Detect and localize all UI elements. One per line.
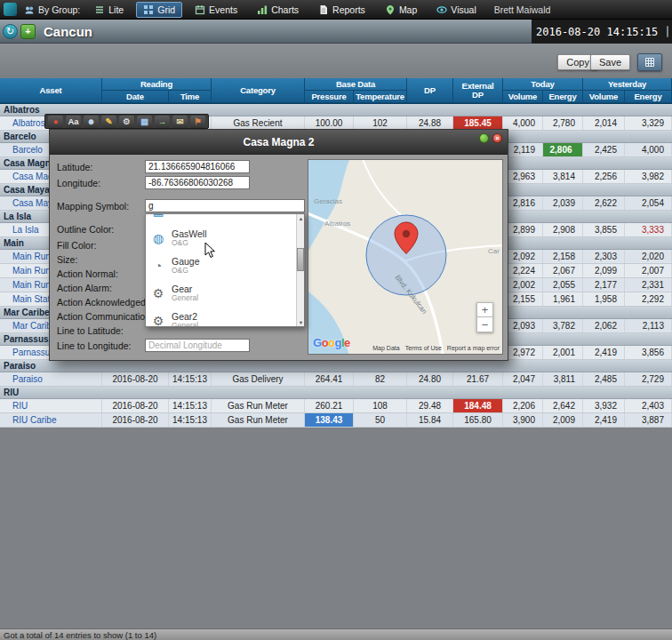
dialog-field-label: Action Alarm: [57,283,112,293]
line-to-longitude-field[interactable] [145,339,250,352]
symbol-dropdown-item[interactable]: ◔GaugeO&G [146,252,296,279]
cell-today-energy: 2,642 [543,399,583,412]
col-header-yesterday-energy[interactable]: Energy [625,91,672,103]
table-row[interactable]: Paraiso2016-08-2014:15:13Gas Delivery264… [0,372,672,387]
nav-visual[interactable]: Visual [429,2,483,18]
col-header-base-data[interactable]: Base Data [305,78,407,91]
cell-yesterday-energy: 3,982 [625,170,672,183]
app-window: By Group: Lite Grid Events Charts Report… [0,0,672,640]
col-header-time[interactable]: Time [169,91,212,103]
close-icon[interactable]: × [492,133,502,143]
cell-dp: 15.84 [407,413,453,427]
nav-lite[interactable]: Lite [87,2,131,18]
col-header-reading[interactable]: Reading [102,78,212,91]
group-icon [24,4,35,15]
col-header-today[interactable]: Today [503,78,583,91]
table-header: Asset Reading Category Base Data DP Exte… [0,78,672,104]
col-header-yesterday[interactable]: Yesterday [583,78,672,91]
minimize-icon[interactable] [479,133,489,143]
text-style-icon[interactable]: Aa [66,116,81,128]
add-icon[interactable]: + [20,24,36,39]
save-button[interactable]: Save [590,54,630,70]
grid-layout-icon [644,57,655,68]
table-row[interactable]: RIU Caribe2016-08-2014:15:13Gas Run Mete… [0,413,672,428]
symbol-dropdown-item[interactable]: ◍GasWellO&G [146,224,296,252]
group-header-row[interactable]: Paraiso [0,360,672,372]
col-header-category[interactable]: Category [212,78,305,103]
cell-today-volume: 2,047 [503,372,543,386]
mapping-symbol-field[interactable] [145,199,305,212]
cell-today-energy: 2,806 [543,143,583,156]
mail-icon[interactable]: ✉ [172,116,188,128]
cell-today-volume: 2,155 [503,292,543,306]
grid-icon [143,4,154,15]
cell-today-volume: 3,900 [503,413,543,427]
cell-time: 14:15:13 [169,399,212,412]
map-data-link[interactable]: Map Data [372,345,399,351]
symbol-dropdown-item[interactable]: ▦O&G [146,213,296,224]
dialog-field-label: Fill Color: [57,240,96,251]
nav-events[interactable]: Events [188,2,244,18]
dialog-field-label: Size: [57,254,77,265]
cell-asset[interactable]: RIU Caribe [0,413,102,427]
col-header-dp[interactable]: DP [407,78,453,103]
group-header-row[interactable]: RIU [0,387,672,399]
by-group-control[interactable]: By Group: [24,4,80,15]
cell-asset[interactable]: RIU [0,399,102,412]
nav-charts[interactable]: Charts [250,2,306,18]
location-map[interactable]: Geracias Albatros Car Blvd. Kukulcan + −… [308,159,503,355]
group-label: Parnassus [4,334,49,344]
col-header-pressure[interactable]: Pressure [305,91,354,103]
grid-layout-button[interactable] [637,53,662,71]
record-icon[interactable]: ● [48,116,63,128]
col-header-temperature[interactable]: Temperature [354,91,407,103]
longitude-field[interactable] [145,176,250,189]
terms-link[interactable]: Terms of Use [405,345,442,351]
user-name: Brett Maiwald [494,4,551,15]
window-buttons: × [479,133,502,143]
settings-panel-icon[interactable] [667,26,668,37]
col-header-today-energy[interactable]: Energy [543,91,583,103]
grid-small-icon[interactable]: ▦ [137,116,152,128]
cell-yesterday-energy: 2,292 [625,292,672,306]
cell-today-energy: 3,814 [543,170,583,183]
scroll-up-icon[interactable]: ▲ [297,214,305,222]
arrow-icon[interactable]: → [155,116,170,128]
cell-today-energy: 2,780 [543,116,583,130]
dialog-title-bar[interactable]: Casa Magna 2 × [50,130,508,155]
cell-today-energy: 2,055 [543,278,583,292]
map-area-label: Car [488,247,500,255]
table-row[interactable]: RIU2016-08-2014:15:13Gas Run Meter260.21… [0,399,672,413]
cell-yesterday-volume: 2,062 [583,319,625,332]
cell-time: 14:15:13 [169,413,212,427]
dropdown-scrollbar[interactable]: ▲ ▼ [296,214,304,326]
cell-asset[interactable]: Paraiso [0,372,102,386]
tools-icon[interactable]: ⚙ [119,116,134,128]
scrollbar-thumb[interactable] [297,248,304,271]
col-header-yesterday-volume[interactable]: Volume [583,91,625,103]
cell-date: 2016-08-20 [102,413,169,427]
col-header-today-volume[interactable]: Volume [503,91,543,103]
nav-grid[interactable]: Grid [136,2,182,18]
scroll-down-icon[interactable]: ▼ [297,318,305,326]
refresh-icon[interactable]: ↻ [3,24,18,39]
col-header-asset[interactable]: Asset [0,78,102,103]
symbol-dropdown-item[interactable]: ⚙GearGeneral [146,279,296,307]
nav-reports[interactable]: Reports [311,2,372,18]
col-header-external-dp[interactable]: External DP [453,78,503,103]
cell-yesterday-energy: 2,054 [625,196,672,210]
cell-yesterday-volume: 3,932 [583,399,625,412]
eye-icon [436,4,447,15]
col-header-date[interactable]: Date [102,91,169,103]
edit-icon[interactable]: ✎ [101,116,116,128]
flag-icon[interactable]: ⚑ [190,116,205,128]
report-error-link[interactable]: Report a map error [447,345,500,351]
latitude-field[interactable] [145,160,250,173]
cell-yesterday-energy: 2,113 [625,319,672,332]
zoom-in-button[interactable]: + [476,302,493,317]
symbol-dropdown-item[interactable]: ⚙Gear2General [146,307,296,327]
cell-today-energy: 2,067 [543,264,583,277]
nav-map[interactable]: Map [378,2,424,18]
zoom-out-button[interactable]: − [476,317,493,332]
users-icon[interactable]: ☻ [84,116,99,128]
